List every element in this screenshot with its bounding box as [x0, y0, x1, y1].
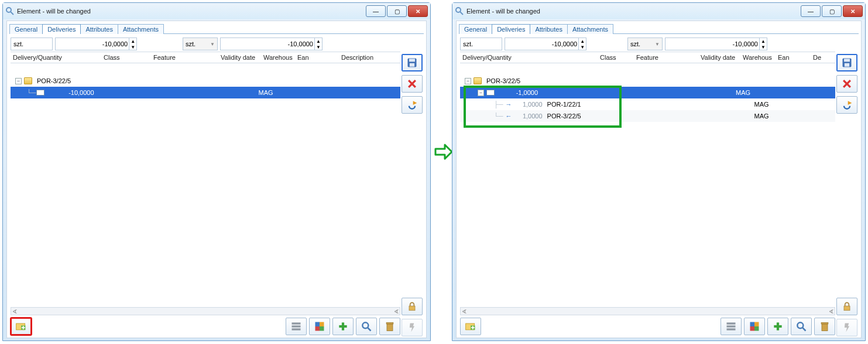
head-feature[interactable]: Feature	[634, 54, 698, 61]
qty1-input[interactable]	[56, 40, 129, 47]
svg-rect-37	[727, 325, 736, 327]
client-area: General Deliveries Attributes Attachment…	[456, 21, 862, 338]
save-button[interactable]	[402, 54, 423, 71]
svg-rect-16	[315, 326, 320, 331]
head-warehouse[interactable]: Warehous	[261, 54, 295, 61]
unit1-box[interactable]	[460, 38, 502, 50]
head-validity[interactable]: Validity date	[698, 54, 740, 61]
head-class[interactable]: Class	[101, 54, 151, 61]
tree-folder-row[interactable]: − POR-3/22/5	[460, 75, 835, 87]
tab-attributes[interactable]: Attributes	[530, 24, 567, 34]
head-desc[interactable]: Description	[339, 54, 400, 61]
unit1-input[interactable]	[463, 40, 499, 47]
qty2-spin[interactable]: ▲▼	[665, 38, 767, 50]
qty-cell: -1,0000	[497, 89, 591, 96]
scroll-left-icon[interactable]: ∢	[462, 308, 466, 315]
tab-attachments[interactable]: Attachments	[567, 24, 613, 34]
tab-general[interactable]: General	[9, 24, 43, 34]
add-folder-button[interactable]	[11, 318, 32, 335]
qty1-input[interactable]	[505, 40, 578, 47]
add-button[interactable]	[332, 318, 354, 335]
svg-line-21	[368, 328, 371, 331]
head-dq[interactable]: Delivery/Quantity	[460, 54, 598, 61]
refresh-button[interactable]	[836, 96, 857, 114]
head-dq[interactable]: Delivery/Quantity	[11, 54, 101, 61]
qty2-input[interactable]	[221, 40, 314, 47]
head-ean[interactable]: Ean	[295, 54, 339, 61]
expander-icon[interactable]: −	[478, 90, 484, 96]
minimize-button[interactable]: —	[366, 5, 386, 17]
head-validity[interactable]: Validity date	[218, 54, 261, 61]
h-scrollbar[interactable]: ∢ ∢	[11, 307, 400, 315]
expander-icon[interactable]: −	[465, 78, 471, 84]
window-right: Element - will be changed — ▢ ✕ General …	[452, 2, 866, 341]
spin-down[interactable]: ▼	[129, 44, 136, 50]
head-warehouse[interactable]: Warehous	[740, 54, 776, 61]
scroll-right-icon[interactable]: ∢	[394, 308, 399, 315]
qty2-spin[interactable]: ▲▼	[220, 38, 323, 50]
scroll-left-icon[interactable]: ∢	[12, 308, 17, 315]
qty1-spin[interactable]: ▲▼	[55, 38, 137, 50]
qty2-input[interactable]	[665, 40, 759, 47]
add-folder-button[interactable]	[460, 318, 481, 335]
head-feature[interactable]: Feature	[151, 54, 218, 61]
tree-sub-row[interactable]: └─ ← 1,0000 POR-3/22/5 MAG	[460, 110, 835, 122]
tab-attributes[interactable]: Attributes	[80, 24, 118, 34]
close-button[interactable]: ✕	[408, 5, 428, 17]
delete-button[interactable]	[402, 75, 423, 93]
tree-leaf-selected[interactable]: └─ -10,0000 MAG	[11, 87, 400, 98]
list-button[interactable]	[721, 318, 742, 335]
head-desc[interactable]: De	[811, 54, 835, 61]
unit1-input[interactable]	[13, 40, 50, 47]
refresh-button[interactable]	[402, 96, 423, 114]
titlebar[interactable]: Element - will be changed — ▢ ✕	[452, 3, 865, 19]
search-button[interactable]	[791, 318, 812, 335]
spin-up[interactable]: ▲	[129, 38, 136, 44]
tab-attachments[interactable]: Attachments	[118, 24, 164, 34]
tab-deliveries[interactable]: Deliveries	[492, 24, 530, 34]
list-button[interactable]	[286, 318, 307, 335]
tree-leaf-selected[interactable]: − -1,0000 MAG	[460, 87, 835, 98]
h-scrollbar[interactable]: ∢ ∢	[460, 307, 835, 315]
tab-general[interactable]: General	[459, 24, 492, 34]
window-controls: — ▢ ✕	[366, 5, 428, 17]
color-button[interactable]	[309, 318, 330, 335]
save-button[interactable]	[836, 54, 857, 71]
tree-area[interactable]: − POR-3/22/5 − -1,0000 MAG ├─ → 1,0000 P…	[460, 75, 835, 311]
trash-button[interactable]	[379, 318, 400, 335]
svg-rect-49	[844, 306, 850, 311]
tree-sub-row[interactable]: ├─ → 1,0000 POR-1/22/1 MAG	[460, 98, 835, 110]
tree-area[interactable]: − POR-3/22/5 └─ -10,0000 MAG	[11, 75, 400, 311]
unit2-box[interactable]: ▼	[183, 38, 218, 50]
unit1-box[interactable]	[11, 38, 53, 50]
svg-rect-48	[821, 322, 828, 324]
lock-button[interactable]	[836, 298, 857, 315]
delete-button[interactable]	[836, 75, 857, 93]
unit2-input	[186, 40, 210, 47]
tree-folder-row[interactable]: − POR-3/22/5	[11, 75, 400, 87]
expander-icon[interactable]: −	[15, 78, 22, 84]
titlebar[interactable]: Element - will be changed — ▢ ✕	[3, 3, 430, 19]
spin-up2[interactable]: ▲	[315, 38, 322, 44]
qty1-spin[interactable]: ▲▼	[505, 38, 586, 50]
minimize-button[interactable]: —	[801, 5, 821, 17]
svg-point-45	[797, 322, 803, 328]
pin-button[interactable]	[836, 319, 857, 336]
lock-button[interactable]	[402, 298, 423, 315]
unit2-box[interactable]: ▼	[627, 38, 663, 50]
maximize-button[interactable]: ▢	[822, 5, 842, 17]
scroll-right-icon[interactable]: ∢	[829, 308, 833, 315]
bottom-bar	[460, 316, 835, 336]
add-button[interactable]	[767, 318, 788, 335]
maximize-button[interactable]: ▢	[387, 5, 407, 17]
arrow-right-icon: →	[506, 101, 512, 108]
head-class[interactable]: Class	[598, 54, 634, 61]
spin-down2[interactable]: ▼	[315, 44, 322, 50]
pin-button[interactable]	[402, 319, 423, 336]
head-ean[interactable]: Ean	[776, 54, 811, 61]
close-button[interactable]: ✕	[843, 5, 863, 17]
color-button[interactable]	[744, 318, 765, 335]
search-button[interactable]	[356, 318, 377, 335]
trash-button[interactable]	[814, 318, 835, 335]
tab-deliveries[interactable]: Deliveries	[42, 24, 81, 34]
